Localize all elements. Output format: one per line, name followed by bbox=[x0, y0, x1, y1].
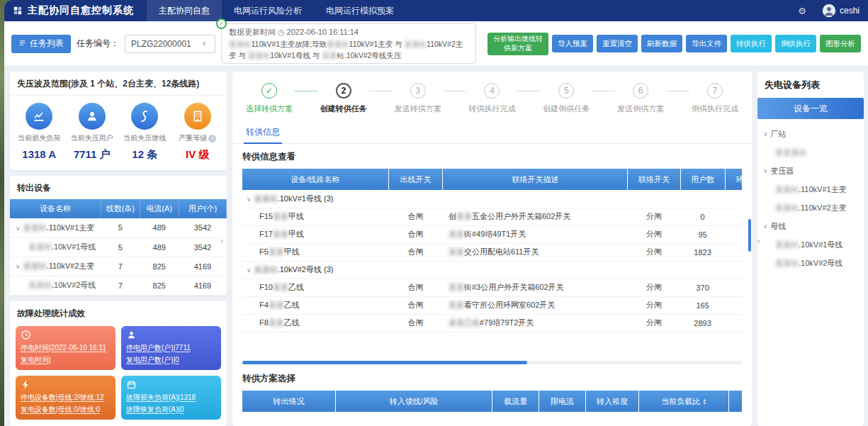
horizontal-scrollbar bbox=[242, 361, 742, 364]
current-cell: 825 bbox=[140, 257, 179, 276]
header-label: 载流量 bbox=[504, 397, 527, 405]
users-cell: 95 bbox=[680, 225, 725, 243]
step-label: 选择转供方案 bbox=[246, 103, 293, 114]
column-header: 设备名称 bbox=[10, 199, 101, 218]
analyze-output-plan-button[interactable]: 分析输出馈线转供新方案 bbox=[487, 33, 548, 55]
table-row[interactable]: ∨某某站.110kV#2主变78254169 bbox=[10, 257, 227, 276]
table-row[interactable]: F8某某乙线合闸某某乙线#79培79T2开关分闸28933(1)97未执行F5和… bbox=[242, 314, 742, 332]
sort-arrows-icon[interactable]: ▲▼ bbox=[702, 398, 706, 405]
step-connector bbox=[666, 91, 689, 91]
tile-line-2: 复电设备数|母线:0/馈线:0 bbox=[21, 403, 111, 415]
update-box: ✓ 数据更新时间 ◷ 2022-06-10 16:11:14 某某站110kV#… bbox=[221, 23, 476, 65]
device-name-cell: 某某站.10kV#2母线 bbox=[10, 276, 101, 295]
graph-analysis-button[interactable]: 图形分析 bbox=[820, 35, 861, 52]
redacted-text: 某某 bbox=[273, 212, 288, 220]
table-row[interactable]: 某某站.10kV#2母线78254169 bbox=[10, 276, 227, 295]
impact-stat: 当前失压用户7711 户 bbox=[66, 103, 119, 162]
step-connector bbox=[592, 91, 615, 91]
backfeed-execute-button[interactable]: 倒供执行 bbox=[775, 35, 816, 52]
impact-stat: 当前损失负荷1318 A bbox=[13, 103, 66, 162]
task-no-select[interactable]: PLZG22000001 ˅ bbox=[125, 35, 215, 53]
table-row[interactable]: 某某站.10kV#1母线54893542 bbox=[10, 237, 227, 257]
tree-item[interactable]: 某某站.10kV#1母线 bbox=[763, 235, 858, 254]
export-file-button[interactable]: 导出文件 bbox=[686, 35, 727, 52]
list-icon bbox=[18, 39, 26, 49]
step-6: 6发送倒供方案 bbox=[615, 83, 666, 114]
text: .110kV#1主变 bbox=[47, 223, 95, 232]
text: 五金公用户外开关箱602开关 bbox=[472, 212, 570, 220]
refresh-data-button[interactable]: 刷新数据 bbox=[641, 35, 682, 52]
feeder-icon bbox=[131, 103, 158, 130]
text: F4 bbox=[259, 301, 269, 309]
outage-devices-tile: 停电设备数|母线:2/馈线:12复电设备数|母线:0/馈线:0 bbox=[16, 376, 115, 420]
tree-item[interactable]: 某某站.110kV#2主变 bbox=[763, 198, 858, 217]
chart-icon bbox=[26, 103, 52, 130]
nav-item[interactable]: 主配协同自愈 bbox=[147, 0, 222, 21]
stat-label-text: 当前失压用户 bbox=[71, 133, 113, 143]
tile-line-1: 故障损失负荷(A)|1318 bbox=[126, 391, 216, 403]
column-header: 设备/线路名称 bbox=[242, 169, 388, 190]
step-3: 3发送转供方案 bbox=[393, 83, 444, 114]
transfer-execute-button[interactable]: 转供执行 bbox=[731, 35, 772, 52]
user-avatar[interactable] bbox=[822, 4, 836, 18]
nav-item[interactable]: 电网运行模拟预案 bbox=[314, 0, 406, 21]
text: 街#3公用户外开关箱602开关 bbox=[464, 283, 564, 291]
tab-transfer-info[interactable]: 转供信息 bbox=[244, 121, 282, 144]
tree-item[interactable]: 某某某站 bbox=[763, 143, 858, 162]
stat-value: IV 级 bbox=[171, 148, 225, 162]
text: 街#49培49T1开关 bbox=[464, 230, 526, 238]
tile-line-2: 复电时间| bbox=[21, 354, 111, 366]
device-overview-button[interactable]: 设备一览 bbox=[757, 98, 864, 119]
header-label: 转出情况 bbox=[274, 397, 305, 405]
nav-item[interactable]: 电网运行风险分析 bbox=[222, 0, 314, 21]
tree-group[interactable]: ∨变压器 bbox=[763, 162, 858, 180]
text: 乙线 bbox=[284, 318, 300, 327]
chevron-down-icon[interactable]: ∨ bbox=[16, 263, 21, 270]
feeder-name-cell: F15某某甲线 bbox=[242, 208, 388, 225]
scrollbar-thumb[interactable] bbox=[242, 361, 527, 364]
app-window: 主配协同自愈控制系统 主配协同自愈电网运行风险分析电网运行模拟预案 ⚙ cesh… bbox=[4, 0, 868, 426]
plan-select-section: 转供方案选择 转出情况转入馈线/风险载流量限电流转入裕度当前负载比▲▼单条线转后… bbox=[232, 366, 752, 426]
step-circle: 6 bbox=[633, 83, 648, 99]
collapse-left-panel-icon[interactable]: ‹ bbox=[220, 235, 223, 246]
chevron-down-icon: ˅ bbox=[202, 40, 206, 47]
settings-gear-icon[interactable]: ⚙ bbox=[798, 6, 806, 16]
column-header-sortable[interactable]: 单条线转后负载比▲▼ bbox=[729, 391, 742, 412]
feeder-name-cell: F17某某甲线 bbox=[242, 225, 388, 243]
chevron-down-icon[interactable]: ∨ bbox=[16, 225, 21, 232]
chevron-down-icon: ∨ bbox=[763, 223, 768, 230]
tree-group[interactable]: ∨厂站 bbox=[763, 125, 858, 143]
column-header-sortable[interactable]: 当前负载比▲▼ bbox=[639, 391, 729, 412]
table-row[interactable]: ∨某某站.110kV#1主变54893542 bbox=[10, 218, 227, 237]
group-row[interactable]: ∨某某站.10kV#1母线 (3) bbox=[242, 190, 742, 208]
redacted-text: 某某站 bbox=[229, 40, 252, 48]
table-row[interactable]: F10某某乙线合闸某某街#3公用户外开关箱602开关分闸3702(1)24未执行… bbox=[242, 279, 742, 296]
tree-item[interactable]: 某某站.110kV#1主变 bbox=[763, 180, 858, 198]
clock-icon: ◷ bbox=[278, 28, 285, 37]
chevron-down-icon[interactable]: ∨ bbox=[247, 196, 252, 203]
tree-item[interactable]: 某某站.10kV#2母线 bbox=[763, 254, 858, 272]
transfer-info-table: 设备/线路名称出线开关联络开关描述联络开关用户数环网方案停电前负荷执行状态转供馈… bbox=[242, 169, 742, 332]
table-row[interactable]: F15某某甲线合闸创某某五金公用户外开关箱602开关分闸01(1)176未执行F… bbox=[242, 208, 742, 225]
task-list-button[interactable]: 任务列表 bbox=[11, 35, 71, 53]
column-header: 电流(A) bbox=[140, 199, 179, 218]
table-row[interactable]: F4某某乙线合闸某某看守所公用环网室602开关分闸1653(2)33未执行F8看… bbox=[242, 296, 742, 314]
vertical-scrollbar[interactable] bbox=[748, 219, 751, 252]
import-plan-button[interactable]: 导入预案 bbox=[552, 35, 593, 52]
reset-clear-button[interactable]: 重置清空 bbox=[597, 35, 638, 52]
redacted-text: 某某 bbox=[269, 301, 284, 309]
feeder-name-cell: F5某某甲线 bbox=[242, 243, 388, 261]
tree-group[interactable]: ∨母线 bbox=[763, 217, 858, 235]
group-row[interactable]: ∨某某站.10kV#2母线 (3) bbox=[242, 261, 742, 279]
step-1: ✓选择转供方案 bbox=[244, 83, 295, 114]
table-row[interactable]: F5某某甲线合闸某某交公用配电站611开关分闸18233(2)37未执行F16马… bbox=[242, 243, 742, 261]
step-circle: 2 bbox=[336, 83, 351, 99]
collapse-right-panel-icon[interactable]: ‹ bbox=[757, 235, 760, 246]
redacted-text: 某某站 bbox=[23, 262, 47, 270]
chevron-down-icon[interactable]: ∨ bbox=[247, 267, 252, 274]
table-row[interactable]: F17某某甲线合闸某某街#49培49T1开关分闸954(3)171未执行F7天某… bbox=[242, 225, 742, 243]
tie-switch-desc-cell: 某某街#49培49T1开关 bbox=[443, 225, 628, 243]
feeder-name-cell: F8某某乙线 bbox=[242, 314, 388, 332]
redacted-text: 某某 bbox=[269, 318, 284, 327]
help-icon[interactable]: ? bbox=[208, 135, 216, 142]
